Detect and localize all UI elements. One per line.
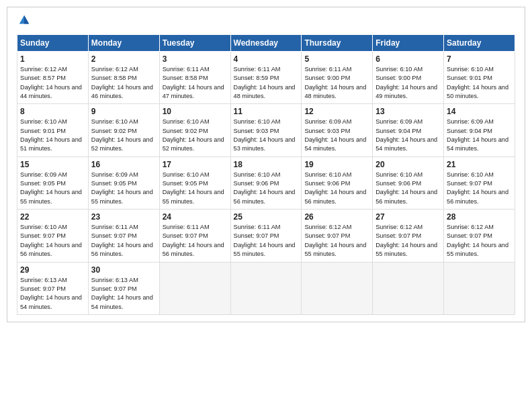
weekday-header-saturday: Saturday [444,35,515,52]
daylight-label: Daylight: 14 hours and 48 minutes. [304,84,366,99]
calendar-page: SundayMondayTuesdayWednesdayThursdayFrid… [7,7,525,322]
day-info: Sunrise: 6:10 AM Sunset: 9:01 PM Dayligh… [20,118,85,153]
sunrise-label: Sunrise: 6:09 AM [447,118,494,125]
day-info: Sunrise: 6:10 AM Sunset: 9:07 PM Dayligh… [20,223,85,259]
calendar-cell: 2 Sunrise: 6:12 AM Sunset: 8:58 PM Dayli… [88,52,159,104]
calendar-cell: 15 Sunrise: 6:09 AM Sunset: 9:05 PM Dayl… [17,156,89,209]
week-row-4: 22 Sunrise: 6:10 AM Sunset: 9:07 PM Dayl… [17,210,515,262]
day-info: Sunrise: 6:12 AM Sunset: 9:07 PM Dayligh… [375,223,441,259]
calendar-cell [230,262,302,314]
sunrise-label: Sunrise: 6:09 AM [20,171,67,178]
sunset-label: Sunset: 9:00 PM [304,75,350,81]
daylight-label: Daylight: 14 hours and 54 minutes. [375,136,437,152]
sunrise-label: Sunrise: 6:11 AM [91,224,138,230]
day-info: Sunrise: 6:09 AM Sunset: 9:03 PM Dayligh… [304,118,369,153]
day-info: Sunrise: 6:11 AM Sunset: 8:58 PM Dayligh… [163,65,228,101]
day-number: 2 [91,54,157,64]
sunrise-label: Sunrise: 6:11 AM [234,66,281,73]
calendar-cell: 1 Sunrise: 6:12 AM Sunset: 8:57 PM Dayli… [17,52,89,104]
day-number: 8 [20,107,85,116]
sunrise-label: Sunrise: 6:12 AM [20,66,67,73]
day-info: Sunrise: 6:10 AM Sunset: 9:05 PM Dayligh… [163,171,228,206]
day-info: Sunrise: 6:12 AM Sunset: 8:57 PM Dayligh… [20,65,85,101]
daylight-label: Daylight: 14 hours and 53 minutes. [234,136,296,152]
day-number: 28 [447,212,512,222]
daylight-label: Daylight: 14 hours and 56 minutes. [447,189,508,204]
calendar-cell: 13 Sunrise: 6:09 AM Sunset: 9:04 PM Dayl… [373,104,444,156]
weekday-header-thursday: Thursday [302,35,373,52]
header [17,14,515,29]
calendar-cell [444,262,515,314]
sunset-label: Sunset: 9:04 PM [375,128,421,134]
day-number: 26 [304,212,369,222]
day-number: 3 [163,54,228,64]
sunset-label: Sunset: 9:07 PM [20,232,66,239]
calendar-cell: 14 Sunrise: 6:09 AM Sunset: 9:04 PM Dayl… [444,104,515,156]
day-info: Sunrise: 6:09 AM Sunset: 9:05 PM Dayligh… [91,171,157,206]
sunrise-label: Sunrise: 6:13 AM [91,277,138,283]
sunset-label: Sunset: 9:06 PM [304,180,350,187]
daylight-label: Daylight: 14 hours and 52 minutes. [163,136,224,152]
calendar-cell: 7 Sunrise: 6:10 AM Sunset: 9:01 PM Dayli… [444,52,515,104]
day-info: Sunrise: 6:10 AM Sunset: 9:07 PM Dayligh… [447,171,512,206]
day-number: 17 [163,160,228,169]
sunset-label: Sunset: 9:03 PM [234,128,279,134]
calendar-table: SundayMondayTuesdayWednesdayThursdayFrid… [17,34,515,315]
daylight-label: Daylight: 14 hours and 55 minutes. [20,189,82,204]
sunset-label: Sunset: 8:59 PM [234,75,279,81]
sunrise-label: Sunrise: 6:10 AM [234,171,281,178]
day-number: 16 [91,160,157,169]
sunrise-label: Sunrise: 6:10 AM [20,118,67,125]
daylight-label: Daylight: 14 hours and 56 minutes. [304,189,366,204]
day-number: 9 [91,107,157,116]
day-number: 21 [447,160,512,169]
daylight-label: Daylight: 14 hours and 56 minutes. [91,242,153,257]
day-number: 22 [20,212,85,222]
sunrise-label: Sunrise: 6:10 AM [163,118,210,125]
sunset-label: Sunset: 9:07 PM [91,285,137,292]
day-number: 23 [91,212,157,222]
sunrise-label: Sunrise: 6:10 AM [91,118,138,125]
calendar-cell: 19 Sunrise: 6:10 AM Sunset: 9:06 PM Dayl… [302,156,373,209]
day-number: 19 [304,160,369,169]
daylight-label: Daylight: 14 hours and 54 minutes. [20,294,82,310]
day-info: Sunrise: 6:12 AM Sunset: 9:07 PM Dayligh… [304,223,369,259]
sunset-label: Sunset: 9:05 PM [20,180,66,187]
day-info: Sunrise: 6:09 AM Sunset: 9:05 PM Dayligh… [20,171,85,206]
day-number: 29 [20,265,85,275]
calendar-cell: 28 Sunrise: 6:12 AM Sunset: 9:07 PM Dayl… [444,210,515,262]
day-number: 7 [447,54,512,64]
sunset-label: Sunset: 9:07 PM [163,232,208,239]
daylight-label: Daylight: 14 hours and 49 minutes. [375,84,437,99]
sunset-label: Sunset: 9:05 PM [163,180,208,187]
sunrise-label: Sunrise: 6:10 AM [375,171,423,178]
day-info: Sunrise: 6:11 AM Sunset: 8:59 PM Dayligh… [234,65,299,101]
week-row-2: 8 Sunrise: 6:10 AM Sunset: 9:01 PM Dayli… [17,104,515,156]
day-number: 20 [375,160,441,169]
calendar-cell: 11 Sunrise: 6:10 AM Sunset: 9:03 PM Dayl… [230,104,302,156]
sunset-label: Sunset: 9:07 PM [91,232,137,239]
sunset-label: Sunset: 9:07 PM [375,232,421,239]
sunrise-label: Sunrise: 6:10 AM [304,171,351,178]
calendar-cell: 27 Sunrise: 6:12 AM Sunset: 9:07 PM Dayl… [373,210,444,262]
svg-marker-1 [24,15,29,24]
calendar-cell: 10 Sunrise: 6:10 AM Sunset: 9:02 PM Dayl… [159,104,230,156]
daylight-label: Daylight: 14 hours and 55 minutes. [447,242,508,257]
calendar-cell: 12 Sunrise: 6:09 AM Sunset: 9:03 PM Dayl… [302,104,373,156]
weekday-header-tuesday: Tuesday [159,35,230,52]
day-info: Sunrise: 6:13 AM Sunset: 9:07 PM Dayligh… [91,276,157,312]
sunset-label: Sunset: 9:07 PM [447,232,492,239]
sunset-label: Sunset: 9:02 PM [163,128,208,134]
sunrise-label: Sunrise: 6:10 AM [447,66,494,73]
sunset-label: Sunset: 9:07 PM [20,285,66,292]
sunrise-label: Sunrise: 6:12 AM [375,224,423,230]
sunset-label: Sunset: 9:07 PM [447,180,492,187]
calendar-cell: 26 Sunrise: 6:12 AM Sunset: 9:07 PM Dayl… [302,210,373,262]
sunset-label: Sunset: 9:01 PM [20,128,66,134]
sunrise-label: Sunrise: 6:10 AM [375,66,423,73]
calendar-body: 1 Sunrise: 6:12 AM Sunset: 8:57 PM Dayli… [17,52,515,315]
daylight-label: Daylight: 14 hours and 56 minutes. [375,189,437,204]
calendar-cell: 29 Sunrise: 6:13 AM Sunset: 9:07 PM Dayl… [17,262,89,314]
daylight-label: Daylight: 14 hours and 54 minutes. [304,136,366,152]
week-row-3: 15 Sunrise: 6:09 AM Sunset: 9:05 PM Dayl… [17,156,515,209]
